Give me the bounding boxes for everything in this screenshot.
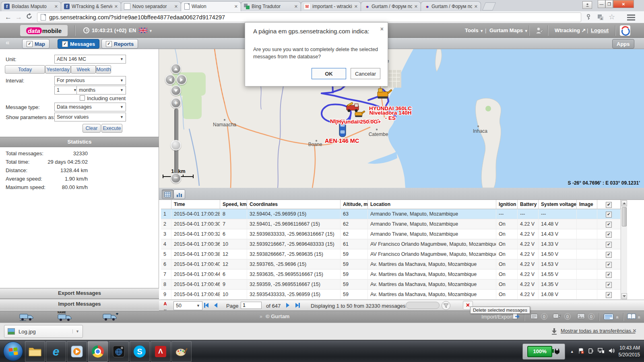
download-caret-icon[interactable]: ▼ xyxy=(72,329,79,333)
col-image[interactable]: Image xyxy=(577,200,597,209)
row-checkbox[interactable]: ✔ xyxy=(606,262,612,268)
browser-tab-8[interactable]: ♦♦ Gurtam / Форум поль: ✕ xyxy=(421,1,481,11)
last-page-button[interactable] xyxy=(295,303,300,309)
taskbar-paint-button[interactable] xyxy=(171,341,192,362)
truck-icon[interactable] xyxy=(19,313,34,322)
collapse-up-icon[interactable]: « xyxy=(636,316,642,318)
import-export-icon[interactable] xyxy=(512,313,520,321)
taskbar-ie-button[interactable]: e xyxy=(46,341,66,362)
taskbar-chrome-button[interactable] xyxy=(88,341,108,362)
col-altitude[interactable]: Altitude, m xyxy=(341,200,368,209)
tray-network-icon[interactable] xyxy=(598,348,605,355)
map[interactable]: Namaacha Boane Catembe Inhaca hafutene H… xyxy=(159,49,644,188)
quick-interval-button[interactable]: Today xyxy=(5,65,45,74)
browser-profile-button[interactable] xyxy=(582,1,592,9)
notice-icon[interactable] xyxy=(530,314,538,320)
row-checkbox[interactable]: ✔ xyxy=(606,252,612,258)
select-all-checkbox[interactable]: ✔ xyxy=(606,202,612,208)
menu-icon[interactable] xyxy=(627,14,635,22)
tab-close-icon[interactable]: ✕ xyxy=(54,4,58,9)
footer-chevron[interactable]: » xyxy=(260,314,262,319)
prev-page-button[interactable] xyxy=(214,303,217,309)
interval-unit-select[interactable]: months▼ xyxy=(76,86,126,95)
tab-map[interactable]: ✓Map xyxy=(22,39,50,49)
table-row[interactable]: 6 2015-04-01 17:00:40 12 32.593765, -25.… xyxy=(161,259,621,269)
tray-plug-icon[interactable] xyxy=(588,348,594,355)
gurtam-maps-menu[interactable]: Gurtam Maps ▼ xyxy=(489,27,528,33)
tab-close-icon[interactable]: ✕ xyxy=(474,4,478,9)
scroll-thumb[interactable] xyxy=(622,207,627,226)
taskbar-skype-button[interactable]: S xyxy=(130,341,150,362)
zoom-slider-handle[interactable] xyxy=(171,140,181,150)
tab-reports[interactable]: ✓Reports xyxy=(101,39,138,49)
language-caret-icon[interactable]: ▼ xyxy=(149,29,153,33)
messages-checkbox[interactable]: ✓ xyxy=(62,41,68,47)
tools-menu[interactable]: Tools ▼ xyxy=(465,27,483,33)
row-checkbox[interactable]: ✔ xyxy=(606,222,612,228)
bottom-panel-icon[interactable] xyxy=(604,314,613,321)
col-battery[interactable]: Battery xyxy=(518,200,539,209)
browser-tab-2[interactable]: f WTracking & Services, ✕ xyxy=(61,1,121,11)
browser-tab-3[interactable]: Novo separador ✕ xyxy=(121,1,181,11)
taskbar-network-app-button[interactable] xyxy=(109,341,129,362)
table-row[interactable]: 8 2015-04-01 17:00:46 9 32.59359, -25.96… xyxy=(161,280,621,290)
quick-interval-button[interactable]: Month xyxy=(96,65,111,74)
tab-close-icon[interactable]: ✕ xyxy=(234,4,238,9)
tab-messages[interactable]: ✓Messages xyxy=(58,39,99,49)
row-checkbox[interactable]: ✔ xyxy=(606,232,612,238)
scroll-up-icon[interactable] xyxy=(621,200,627,206)
language-label[interactable]: EN xyxy=(129,27,136,33)
battery-widget[interactable]: 100% xyxy=(522,343,565,360)
message-type-select[interactable]: Data messages▼ xyxy=(54,103,126,111)
autofit-columns-icon[interactable]: A↔ xyxy=(163,301,167,311)
bookmark-star-icon[interactable]: ☆ xyxy=(609,12,615,21)
import-export-label[interactable]: Import/Export xyxy=(481,314,513,320)
pan-left-button[interactable] xyxy=(165,74,175,85)
table-row[interactable]: 3 2015-04-01 17:00:32 6 32.5939833333, -… xyxy=(161,229,621,239)
table-row[interactable]: 7 2015-04-01 17:00:44 6 32.593635, -25.9… xyxy=(161,269,621,280)
driver-message-icon[interactable] xyxy=(553,313,561,321)
taskbar-wmp-button[interactable] xyxy=(67,341,87,362)
tab-close-icon[interactable]: ✕ xyxy=(414,4,418,9)
export-messages-button[interactable]: Export Messages xyxy=(0,288,159,299)
next-page-button[interactable] xyxy=(286,303,289,309)
dialog-ok-button[interactable]: OK xyxy=(312,68,346,79)
reports-checkbox[interactable]: ✓ xyxy=(106,41,112,47)
clear-button[interactable]: Clear xyxy=(83,124,101,133)
interval-count-select[interactable]: 1▼ xyxy=(54,86,79,95)
quick-interval-button[interactable]: Week xyxy=(71,65,96,74)
row-checkbox[interactable]: ✔ xyxy=(606,212,612,218)
row-checkbox[interactable]: ✔ xyxy=(606,292,612,298)
tray-expand-icon[interactable]: ▲ xyxy=(570,350,574,354)
browser-tab-5[interactable]: Bing Tradutor ✕ xyxy=(241,1,301,11)
interval-type-select[interactable]: For previous▼ xyxy=(54,76,126,85)
truck-add-icon[interactable] xyxy=(103,313,119,322)
table-row[interactable]: 4 2015-04-01 17:00:36 10 32.5939216667, … xyxy=(161,239,621,249)
import-messages-button[interactable]: Import Messages xyxy=(0,299,159,310)
show-all-downloads-link[interactable]: Mostrar todas as transferências... xyxy=(561,328,636,334)
logout-link[interactable]: Logout xyxy=(591,27,609,33)
page-number-input[interactable] xyxy=(241,302,262,309)
tray-clock[interactable]: 10:43 AM 5/20/2015 xyxy=(619,345,640,358)
pan-up-button[interactable] xyxy=(171,64,181,74)
table-row[interactable]: 2 2015-04-01 17:00:30 7 32.59401, -25.96… xyxy=(161,219,621,229)
col-system-voltage[interactable]: System voltage xyxy=(539,200,577,209)
window-minimize-button[interactable]: — xyxy=(598,0,605,8)
images-icon[interactable] xyxy=(577,313,585,320)
user-edit-icon[interactable] xyxy=(535,27,543,36)
row-checkbox[interactable]: ✔ xyxy=(606,282,612,288)
truck-name-icon[interactable] xyxy=(58,313,72,323)
window-restore-button[interactable]: ❐ xyxy=(605,0,613,8)
translate-icon[interactable]: a xyxy=(597,14,604,22)
tab-close-icon[interactable]: ✕ xyxy=(114,4,118,9)
url-bar[interactable]: gps.sensetracking.com/?sid=e9ae10bffee48… xyxy=(37,12,581,22)
apps-button[interactable]: Apps xyxy=(612,39,634,49)
browser-tab-7[interactable]: ♦♦ Gurtam / Форум поль: ✕ xyxy=(361,1,421,11)
table-scrollbar[interactable] xyxy=(621,200,627,300)
show-params-select[interactable]: Sensor values▼ xyxy=(54,113,126,121)
account-link[interactable]: Wtracking ↗ xyxy=(555,27,586,33)
table-row[interactable]: 9 2015-04-01 17:00:48 10 32.5935433333, … xyxy=(161,290,621,300)
window-close-button[interactable]: ✕ xyxy=(613,0,634,8)
chart-view-button[interactable] xyxy=(173,189,185,199)
tab-close-icon[interactable]: ✕ xyxy=(354,4,358,9)
